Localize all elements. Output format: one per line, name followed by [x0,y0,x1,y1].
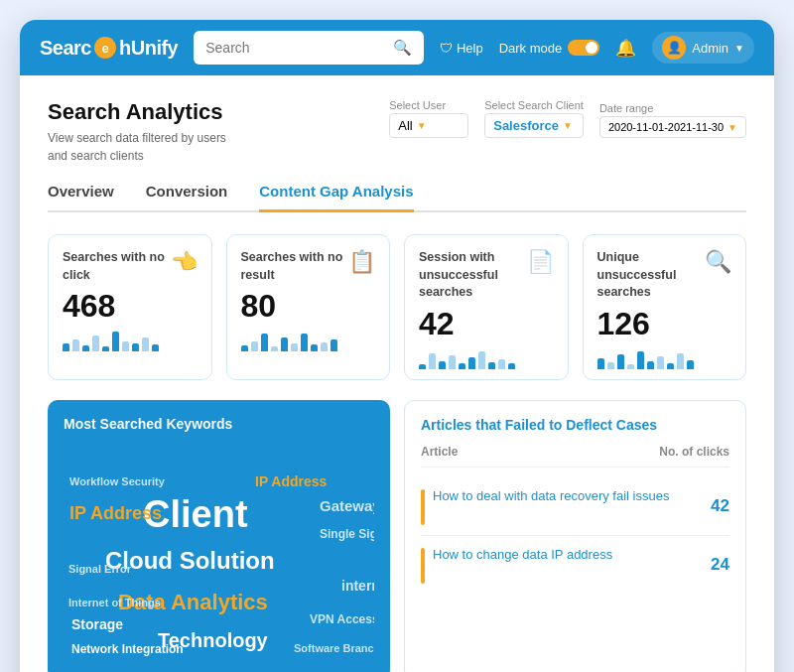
stat-card-title-2: Session with unsuccessful searches [419,249,526,302]
main-content: Search Analytics View search data filter… [20,75,774,672]
keyword-software: Software Branches [294,642,374,654]
date-arrow-icon: ▼ [728,122,737,133]
col-clicks: No. of clicks [659,445,729,459]
article-link-1[interactable]: How to change data IP address [433,546,612,564]
bar [112,332,119,351]
stat-value-0: 468 [63,290,198,322]
page-title-block: Search Analytics View search data filter… [48,99,226,165]
articles-card: Articles that Failed to Deflect Cases Ar… [404,400,746,673]
keyword-network: Network Integration [71,642,184,656]
tab-overview[interactable]: Overview [48,183,114,212]
logo: SearcehUnify [40,37,178,60]
keyword-storage: Storage [71,616,123,632]
chevron-down-icon: ▼ [734,43,744,54]
stat-card-no-click: Searches with no click 👈 468 [48,234,212,380]
article-row: How to deal with data recovery fail issu… [421,477,729,536]
stat-card-unsuccessful: Session with unsuccessful searches 📄 42 [404,234,569,380]
bar [597,358,604,369]
article-link-block-1: How to change data IP address [421,546,698,584]
bar-chart-3 [597,347,732,369]
page-header: Search Analytics View search data filter… [48,99,746,165]
stat-card-title-0: Searches with no click [63,249,170,284]
client-filter-select[interactable]: Salesforce ▼ [484,113,584,138]
user-filter-label: Select User [389,99,468,111]
bell-icon[interactable]: 🔔 [615,38,636,59]
search-retry-icon: 🔍 [705,249,731,275]
keyword-internet: internet [341,578,374,594]
tab-conversion[interactable]: Conversion [146,183,228,212]
bar [152,344,159,351]
keyword-ip-address: IP Address [69,503,162,524]
stat-value-2: 42 [419,308,554,339]
search-bar[interactable]: 🔍 [194,31,424,65]
search-icon: 🔍 [393,39,412,57]
keyword-ip-address-2: IP Address [255,473,327,489]
bar [449,355,456,369]
bar [498,359,505,369]
search-input[interactable] [205,40,385,56]
date-filter-select[interactable]: 2020-11-01-2021-11-30 ▼ [599,116,746,138]
stat-value-3: 126 [597,308,732,339]
filters: Select User All ▼ Select Search Client S… [389,99,746,138]
word-cloud: Client Cloud Solution Data Analytics Tec… [64,446,374,664]
user-filter-value: All [398,118,412,133]
bar [647,361,654,369]
bar [468,357,475,369]
keywords-card-title: Most Searched Keywords [64,416,374,432]
tabs: Overview Conversion Content Gap Analysis [48,183,746,212]
user-filter-select[interactable]: All ▼ [389,113,468,138]
bar [637,351,644,369]
admin-menu[interactable]: 👤 Admin ▼ [652,32,754,64]
bar [419,364,426,369]
keyword-signal-error: Signal Error [68,563,131,575]
keywords-card: Most Searched Keywords Client Cloud Solu… [48,400,390,673]
bar [63,343,69,351]
keyword-iot: Internet of Things [68,597,161,608]
bar [82,345,89,351]
bar [617,354,624,369]
articles-table-header: Article No. of clicks [421,445,729,468]
header-right: 🛡 Help Dark mode 🔔 👤 Admin ▼ [440,32,754,64]
article-link-0[interactable]: How to deal with data recovery fail issu… [433,487,669,505]
article-clicks-0: 42 [698,496,729,516]
stat-value-1: 80 [241,290,376,322]
bar [667,363,674,369]
stat-card-no-result: Searches with no result 📋 80 [226,234,391,380]
bar [311,344,318,351]
tab-content-gap[interactable]: Content Gap Analysis [259,183,413,212]
stat-card-title-3: Unique unsuccessful searches [597,249,705,302]
bottom-section: Most Searched Keywords Client Cloud Solu… [48,400,746,673]
bar-chart-1 [241,330,376,351]
help-button[interactable]: 🛡 Help [440,41,483,56]
keyword-workflow: Workflow Security [69,475,165,487]
bar [132,343,139,351]
bar [459,363,465,369]
bar [657,356,664,369]
bar [478,351,485,369]
help-label: Help [457,41,483,56]
date-filter-label: Date range [599,102,746,114]
articles-card-title: Articles that Failed to Deflect Cases [421,417,729,433]
bar [301,334,308,351]
dark-mode-toggle[interactable]: Dark mode [499,40,600,56]
bar [508,363,515,369]
logo-text-1: Searc [40,37,91,60]
bar-chart-2 [419,347,554,369]
article-bar-indicator [421,489,425,525]
document-icon: 📋 [348,249,375,275]
stat-card-unique: Unique unsuccessful searches 🔍 126 [583,234,747,380]
bar [102,346,109,351]
shield-icon: 🛡 [440,41,453,56]
article-row: How to change data IP address 24 [421,536,729,594]
app-container: SearcehUnify 🔍 🛡 Help Dark mode 🔔 👤 Admi… [20,20,774,672]
toggle-pill[interactable] [568,40,599,56]
click-icon: 👈 [171,249,198,275]
stat-card-title-1: Searches with no result [241,249,348,284]
page-subtitle: View search data filtered by users and s… [48,129,226,165]
keyword-vpn: VPN Access [310,612,374,626]
bar [439,361,446,369]
filter-date: Date range 2020-11-01-2021-11-30 ▼ [599,102,746,138]
bar [677,353,684,369]
bar [627,364,634,369]
bar [72,339,79,351]
